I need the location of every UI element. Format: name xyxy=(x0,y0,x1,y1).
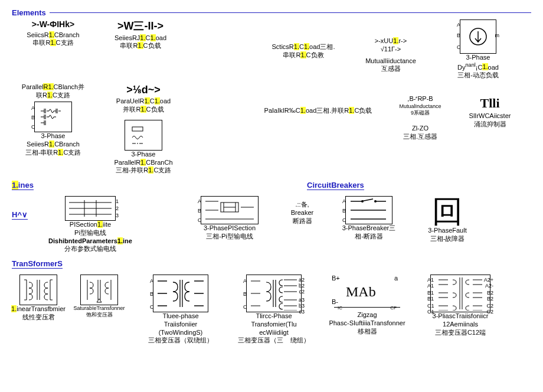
label: SeiicsR1.CBranch xyxy=(27,31,79,40)
item-3phase-pi-section[interactable]: A B C 3-PhasePISection 三相-Pi型输电线 xyxy=(185,196,274,241)
label: Breaker xyxy=(291,209,314,217)
label: ParaUelR1.C1.oad xyxy=(116,97,171,106)
label: 3-PhasePISection xyxy=(204,224,256,233)
3phase-transformer-2w-icon: A B C xyxy=(153,275,208,312)
label: 3-PhaseFault xyxy=(428,227,466,235)
item-3phase-breaker[interactable]: A B C 3-PhaseBreaker三 相-断路器 xyxy=(331,196,407,241)
label: SaturabIeTransfonner xyxy=(73,305,125,312)
series-rlc-load-icon: >W三-II-> xyxy=(117,19,163,33)
label-zh: 线性变压君 xyxy=(22,313,55,322)
label: 1.inearTransfbmier xyxy=(11,305,66,313)
item-parallel-rlc-branch[interactable]: ParallelR1.CBlanch并 联R1.C支路 A B C 3-Phas… xyxy=(12,83,94,157)
label-zh: Pi型输电线 xyxy=(74,229,106,237)
label5: 三相-串联R1.C支路 xyxy=(25,149,81,157)
3phase-breaker-icon: A B C xyxy=(345,196,392,224)
item-3phase-transformer-3w[interactable]: A B C a2b2c2 a3b3c3 Tlircc-Phase Transfo… xyxy=(233,275,315,345)
section-elements: Elements xyxy=(12,8,531,17)
linear-transformer-icon xyxy=(19,275,57,305)
item-zigzag-transformer[interactable]: B+ a MAb B- IC CF Zigzag Phasc-SIuftiiia… xyxy=(320,275,414,335)
label-zh: 串联R1.C负载 xyxy=(120,42,161,50)
label-zh: 并联R1.C负载 xyxy=(123,106,163,114)
pi-section-line-icon: 123 xyxy=(65,196,116,221)
label: SlIrWCAiicster xyxy=(469,112,511,120)
label3: DishibntedParameters1.ine xyxy=(48,237,132,246)
label5: 三相-并联R1.C支路 xyxy=(116,166,172,175)
label: PaIaIkIR‰C1.oad三相.并联R1.C负载 xyxy=(264,107,372,115)
label-zh: 串联R1.C支路 xyxy=(32,39,73,47)
label: ParallelR1.CBlanch并 xyxy=(22,83,84,92)
label-zh: 三相变压器（双绕组） xyxy=(148,337,213,345)
label: ScticsR1.C1.oad三相. xyxy=(272,43,335,51)
label-zh: 互感器 xyxy=(381,65,401,73)
zigzag-icon: B+ a MAb B- IC CF xyxy=(332,275,403,311)
label4: ParallelR1.CBranCh xyxy=(114,159,172,167)
item-3phase-transformer-2w[interactable]: A B C Tluee-phase Traiisfoniier (TwoWind… xyxy=(133,275,228,345)
label-zh: 移相器 xyxy=(358,328,377,336)
section-transformers: TranSformerS xyxy=(12,259,63,269)
section-elements-label: Elements xyxy=(12,8,46,17)
label3: 3-Phase xyxy=(41,132,66,141)
svg-point-3 xyxy=(361,200,364,202)
item-mutual-inductance[interactable]: >-xUU1.r-> √11Γ-> MutualIiiductance 互感器 xyxy=(349,37,432,73)
3phase-parallel-rlc-icon xyxy=(125,120,162,151)
svg-rect-1 xyxy=(132,127,143,131)
3phase-pi-section-icon: A B C xyxy=(201,196,259,224)
3phase-series-rlc-icon: A B C xyxy=(34,102,72,132)
label-zh: 涌流抑制器 xyxy=(474,120,506,129)
label3: ecWiiidiigt xyxy=(259,329,289,337)
section-hv: H^∨ xyxy=(12,210,28,220)
label4: 分布参数式输电线 xyxy=(64,245,116,253)
item-3phase-transformer-12t[interactable]: A1A1 B1B1 C1C1 A2+A2- B2B2 C2C2 3-Pliasc… xyxy=(419,275,502,337)
label3: (TwoWindingS) xyxy=(159,329,203,337)
label2: Transfomier(Tlu xyxy=(251,321,296,329)
label2: Dynanl¡C1.oad xyxy=(457,62,499,71)
label-zh: 串联R1.C负教 xyxy=(283,51,323,60)
label-zh: 断路器 xyxy=(293,217,312,226)
label-zh: 联R1.C支路 xyxy=(36,92,70,100)
item-series-rlc-load[interactable]: >W三-II-> SeiiesRJ1.C1.oad 串联R1.C负载 xyxy=(99,19,182,50)
label: SeiiesRJ1.C1.oad xyxy=(115,34,166,43)
parallel-rlc-load-icon: >⅛d~> xyxy=(126,83,161,97)
label2: Traiisfoniier xyxy=(164,321,197,329)
item-breaker[interactable]: .::备, Breaker 断路器 xyxy=(279,201,326,225)
label2: 12Aemiinals xyxy=(443,321,478,329)
label-zh: 饱和变压器 xyxy=(86,312,113,318)
3phase-transformer-12t-icon: A1A1 B1B1 C1C1 A2+A2- B2B2 C2C2 xyxy=(430,275,490,312)
label2: 9系磁器 xyxy=(411,110,430,116)
item-3phase-fault[interactable]: 回 3-PhaseFault 三相-故障器 xyxy=(412,196,483,243)
label3: 3-Phase xyxy=(132,151,156,159)
label-zh: 三相变压器（三 绕组） xyxy=(238,337,310,345)
section-lines: 1.ines xyxy=(12,181,34,190)
mutual-b-icon: ,B-ʳRP-B xyxy=(407,95,433,103)
mutual-inductance-icon: >-xUU1.r-> xyxy=(375,37,407,45)
saturable-transformer-icon xyxy=(80,275,118,305)
item-linear-transformer[interactable]: 1.inearTransfbmier 线性变压君 xyxy=(12,275,65,322)
3phase-transformer-3w-icon: A B C a2b2c2 a3b3c3 xyxy=(246,275,302,312)
label: PISection1.iite xyxy=(70,221,111,229)
item-3phase-series-rlc-load[interactable]: ScticsR1.C1.oad三相. 串联R1.C负教 xyxy=(262,43,345,60)
label4: SeiiesR1.CBranch xyxy=(27,141,80,149)
label-zh: 三相变压器C12端 xyxy=(435,329,486,337)
label: 3-PliascTraiisfoniicr xyxy=(433,312,489,321)
label-zh: 相-断路器 xyxy=(355,233,383,241)
item-3phase-parallel-rlc-load[interactable]: PaIaIkIR‰C1.oad三相.并联R1.C负载 xyxy=(250,107,386,115)
item-surge-arrester[interactable]: Tlli SlIrWCAiicster 涌流抑制器 xyxy=(454,95,525,129)
mutual-inductance-icon2: √11Γ-> xyxy=(381,45,401,54)
item-series-rlc-branch[interactable]: >-W-ФIHk> SeiicsR1.CBranch 串联R1.C支路 xyxy=(12,19,94,47)
rule xyxy=(50,12,531,13)
svg-point-4 xyxy=(374,200,377,202)
label-zh: 三相-Pi型输电线 xyxy=(206,233,253,241)
item-3phase-dynamic-load[interactable]: A B C m 3-Phase Dynanl¡C1.oad 三相-动态负载 xyxy=(437,19,519,80)
label-zh: 三相-故障器 xyxy=(430,235,465,243)
label: 3-PhaseBreaker三 xyxy=(342,224,396,233)
item-pi-section-line[interactable]: 123 PISection1.iite Pi型输电线 DishibntedPar… xyxy=(40,196,140,253)
section-circuit-breakers: CircuitBreakers xyxy=(307,181,364,190)
breaker-icon: .::备, xyxy=(295,201,309,209)
item-3phase-mutual-inductance[interactable]: ,B-ʳRP-B MutualInductance 9系磁器 Zl-ZO 三相.… xyxy=(391,95,450,141)
item-saturable-transformer[interactable]: SaturabIeTransfonner 饱和变压器 xyxy=(70,275,129,319)
item-parallel-rlc-load[interactable]: >⅛d~> ParaUelR1.C1.oad 并联R1.C负载 3-Phase … xyxy=(99,83,188,175)
label: MutualInductance xyxy=(399,103,441,110)
3phase-fault-icon: 回 xyxy=(432,196,463,227)
label: Tluee-phase xyxy=(162,312,198,321)
label-zh: 三相-动态负载 xyxy=(457,71,499,80)
